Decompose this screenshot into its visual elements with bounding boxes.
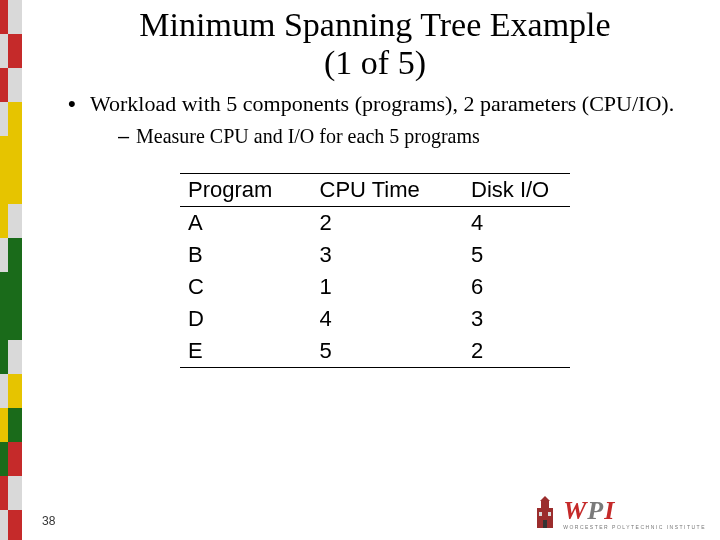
cell-io: 5 [443, 239, 570, 271]
cell-program: D [180, 303, 292, 335]
wpi-p: P [587, 496, 604, 525]
cell-program: C [180, 271, 292, 303]
wpi-w: W [563, 496, 587, 525]
cell-cpu: 3 [292, 239, 443, 271]
cell-program: B [180, 239, 292, 271]
sub-bullet-list: Measure CPU and I/O for each 5 programs [118, 124, 710, 149]
bullet-list: Workload with 5 components (programs), 2… [68, 90, 710, 149]
wpi-i: I [604, 496, 615, 525]
bullet-main: Workload with 5 components (programs), 2… [68, 90, 710, 149]
title-line-1: Minimum Spanning Tree Example [139, 6, 610, 43]
data-table-wrap: Program CPU Time Disk I/O A 2 4 B 3 5 C [180, 173, 570, 368]
wpi-wordmark: WPI [563, 496, 706, 526]
bullet-text: Workload with 5 components (programs), 2… [90, 91, 674, 116]
page-number: 38 [42, 514, 55, 528]
svg-marker-2 [540, 496, 550, 501]
data-table: Program CPU Time Disk I/O A 2 4 B 3 5 C [180, 173, 570, 368]
cell-program: E [180, 335, 292, 368]
slide-title: Minimum Spanning Tree Example (1 of 5) [40, 6, 710, 82]
wpi-logo: WPI WORCESTER POLYTECHNIC INSTITUTE [531, 496, 706, 530]
sub-bullet: Measure CPU and I/O for each 5 programs [118, 124, 710, 149]
slide-content: Minimum Spanning Tree Example (1 of 5) W… [40, 0, 710, 540]
col-program: Program [180, 173, 292, 206]
cell-io: 3 [443, 303, 570, 335]
table-row: A 2 4 [180, 206, 570, 239]
cell-cpu: 1 [292, 271, 443, 303]
left-stripe-outer [0, 0, 8, 540]
table-row: E 5 2 [180, 335, 570, 368]
cell-program: A [180, 206, 292, 239]
cell-io: 2 [443, 335, 570, 368]
left-stripe-inner [8, 0, 22, 540]
table-row: D 4 3 [180, 303, 570, 335]
cell-cpu: 4 [292, 303, 443, 335]
building-icon [531, 496, 559, 530]
wpi-text-block: WPI WORCESTER POLYTECHNIC INSTITUTE [563, 496, 706, 530]
svg-rect-5 [543, 520, 547, 528]
svg-rect-3 [539, 512, 542, 516]
cell-cpu: 2 [292, 206, 443, 239]
table-header-row: Program CPU Time Disk I/O [180, 173, 570, 206]
cell-cpu: 5 [292, 335, 443, 368]
cell-io: 4 [443, 206, 570, 239]
svg-rect-4 [548, 512, 551, 516]
table-row: B 3 5 [180, 239, 570, 271]
svg-rect-1 [541, 500, 549, 508]
col-io: Disk I/O [443, 173, 570, 206]
wpi-institute-label: WORCESTER POLYTECHNIC INSTITUTE [563, 524, 706, 530]
title-line-2: (1 of 5) [324, 44, 426, 81]
col-cpu: CPU Time [292, 173, 443, 206]
cell-io: 6 [443, 271, 570, 303]
table-row: C 1 6 [180, 271, 570, 303]
